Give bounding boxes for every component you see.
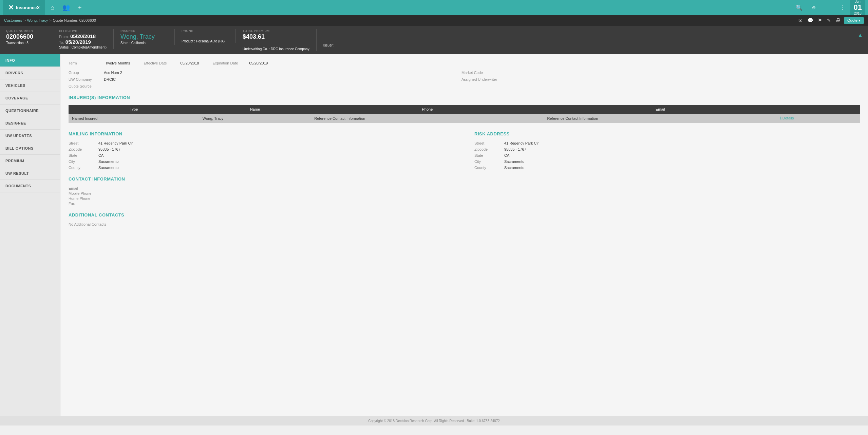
page-footer: · Copyright © 2018 Decision Research Cor… [0,416,868,425]
effective-to: To: 05/20/2019 [59,39,107,45]
from-date: 05/20/2018 [70,33,96,39]
mailing-zipcode-value: 95835 - 1767 [98,147,454,151]
sidebar-item-documents[interactable]: DOCUMENTS [0,180,60,192]
to-date: 05/20/2019 [65,39,91,45]
sidebar-item-drivers[interactable]: DRIVERS [0,67,60,79]
email-action-button[interactable]: ✉ [797,17,804,24]
main-content: Term Twelve Months Effective Date 05/20/… [60,54,868,416]
term-group: Term Twelve Months [69,61,130,65]
details-button[interactable]: ℹ Details [780,116,794,120]
premium-label: TOTAL PREMIUM [243,29,309,33]
premium-value: $403.61 [243,33,309,40]
product-info: Product : Personal Auto (PA) [182,39,229,43]
risk-state-label: State [474,153,502,157]
breadcrumb: Customers > Wong, Tracy > Quote Number: … [4,18,96,22]
header-insured: INSURED Wong, Tracy State : California [114,29,175,45]
sidebar: INFO DRIVERS VEHICLES COVERAGE QUESTIONN… [0,54,60,416]
col-action [777,105,860,114]
sidebar-item-premium[interactable]: PREMIUM [0,155,60,167]
mailing-street-value: 41 Regency Park Cir [98,141,454,145]
mailing-city-label: City [69,159,96,164]
scroll-up-icon[interactable]: ▲ [857,32,863,39]
assigned-uw-label: Assigned Underwriter [461,77,502,81]
people-button[interactable]: 👥 [58,0,74,15]
quote-source-value [104,84,460,88]
mailing-grid: Street 41 Regency Park Cir Zipcode 95835… [69,141,454,170]
sidebar-item-uw-result[interactable]: UW RESULT [0,167,60,180]
risk-zipcode-value: 95835 - 1767 [504,147,860,151]
zoom-button[interactable]: ⊕ [808,0,820,15]
search-button[interactable]: 🔍 [792,0,807,15]
home-button[interactable]: ⌂ [46,0,58,15]
mobile-phone-field: Mobile Phone [69,191,860,195]
breadcrumb-bar: Customers > Wong, Tracy > Quote Number: … [0,15,868,26]
mailing-zipcode-label: Zipcode [69,147,96,151]
quote-number-label: QUOTE NUMBER [6,29,45,33]
uw-company-label: UW Company [69,77,102,81]
risk-address-title: RISK ADDRESS [474,131,860,136]
date-day: 01 [854,4,862,11]
market-code-value [504,71,860,75]
edit-action-button[interactable]: ✎ [826,17,832,24]
uw-company-value: DRCIC [104,77,460,81]
transaction-info: Transaction : 3 [6,41,45,45]
flag-action-button[interactable]: ⚑ [816,17,824,24]
breadcrumb-sep1: > [23,18,25,22]
quote-dropdown-button[interactable]: Quote ▾ [844,17,864,24]
header-issuer: Issuer : [317,29,857,47]
date-year: 2018 [854,11,862,16]
risk-street-label: Street [474,141,502,145]
table-row: Named Insured Wong, Tracy Reference Cont… [69,114,860,123]
risk-county-label: County [474,166,502,170]
footer-text: · Copyright © 2018 Decision Research Cor… [366,419,502,423]
product-prefix: Product : [182,39,195,43]
cell-details[interactable]: ℹ Details [777,114,860,123]
quote-source-label: Quote Source [69,84,102,88]
sidebar-item-vehicles[interactable]: VEHICLES [0,79,60,92]
table-header-row: Type Name Phone Email [69,105,860,114]
state-info: State : California [120,41,168,45]
sidebar-item-designee[interactable]: DESIGNEE [0,117,60,130]
insured-label: INSURED [120,29,168,33]
col-phone: Phone [311,105,544,114]
status-prefix: Status : [59,45,71,49]
breadcrumb-sep2: > [49,18,51,22]
status-info: Status : Complete(Amendment) [59,45,107,49]
add-button[interactable]: + [74,0,86,15]
breadcrumb-name[interactable]: Wong, Tracy [27,18,48,22]
quote-number-value: 02006600 [6,33,45,40]
insured-name: Wong, Tracy [120,33,168,40]
term-label: Term [69,61,102,65]
more-menu-button[interactable]: ⋮ [835,0,849,15]
mailing-county-label: County [69,166,96,170]
group-label: Group [69,71,102,75]
product-value: Personal Auto (PA) [196,39,225,43]
print-action-button[interactable]: 🖶 [834,17,842,24]
expiration-date-label: Expiration Date [212,61,246,65]
logo-icon: ✕ [8,3,14,12]
from-prefix: From: [59,35,69,39]
risk-county-value: Sacramento [504,166,860,170]
breadcrumb-customers[interactable]: Customers [4,18,22,22]
state-value: California [131,41,146,45]
expiration-date-group: Expiration Date 05/20/2019 [212,61,268,65]
col-name: Name [199,105,311,114]
mailing-county-value: Sacramento [98,166,454,170]
main-layout: INFO DRIVERS VEHICLES COVERAGE QUESTIONN… [0,54,868,416]
transaction-label: Transaction : [6,41,25,45]
mailing-title: MAILING INFORMATION [69,131,454,136]
issuer-prefix: Issuer : [323,43,335,47]
sidebar-item-uw-updates[interactable]: UW UPDATES [0,130,60,142]
mailing-street-label: Street [69,141,96,145]
sidebar-item-bill-options[interactable]: BILL OPTIONS [0,142,60,155]
minimize-button[interactable]: — [821,0,834,15]
underwriting-value: DRC Insurance Company [271,47,309,51]
issuer-info: Issuer : [323,43,850,47]
mailing-state-label: State [69,153,96,157]
chat-action-button[interactable]: 💬 [806,17,814,24]
risk-city-value: Sacramento [504,159,860,164]
sidebar-item-info[interactable]: INFO [0,54,60,67]
sidebar-item-questionnaire[interactable]: QUESTIONNAIRE [0,105,60,117]
sidebar-item-coverage[interactable]: COVERAGE [0,92,60,105]
risk-address-grid: Street 41 Regency Park Cir Zipcode 95835… [474,141,860,170]
